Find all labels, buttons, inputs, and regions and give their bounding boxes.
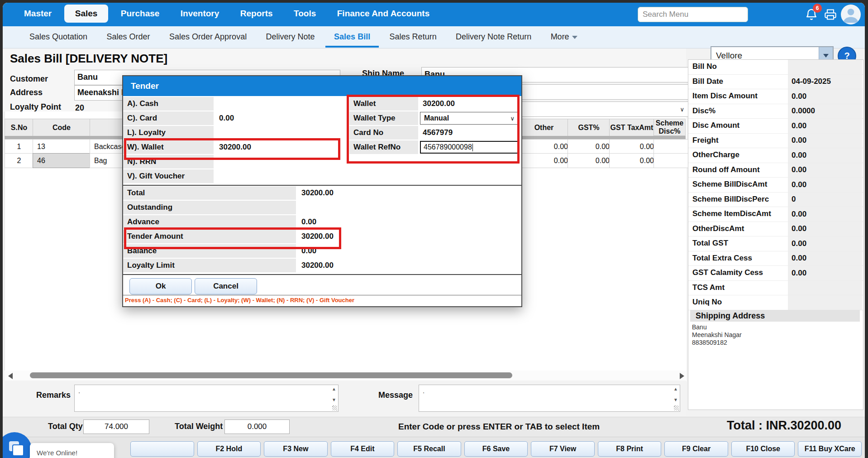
menu-reports[interactable]: Reports: [231, 3, 282, 24]
tab-delivery-note-return[interactable]: Delivery Note Return: [447, 26, 540, 48]
customer-label: Customer: [10, 74, 48, 84]
scroll-right-arrow-icon[interactable]: [680, 373, 684, 379]
f8-print-button[interactable]: F8 Print: [598, 441, 662, 457]
user-avatar[interactable]: [841, 5, 861, 24]
row-value[interactable]: 0.00: [788, 119, 862, 133]
total-qty-input[interactable]: [83, 419, 149, 434]
row-value[interactable]: 0.0000: [788, 104, 862, 119]
card-value[interactable]: 0.00: [219, 111, 234, 125]
menu-inventory[interactable]: Inventory: [171, 3, 229, 24]
row-value[interactable]: 0.00: [788, 148, 862, 163]
f5-recall-button[interactable]: F5 Recall: [397, 441, 461, 457]
tab-sales-return[interactable]: Sales Return: [381, 26, 445, 48]
menu-sales[interactable]: Sales: [64, 5, 109, 23]
tab-delivery-note[interactable]: Delivery Note: [258, 26, 324, 48]
chat-status-card[interactable]: We're Online!: [30, 443, 114, 458]
col-header-scheme-disc[interactable]: Scheme Disc%: [653, 119, 686, 136]
scroll-left-arrow-icon[interactable]: [8, 373, 13, 379]
row-label: OtherDiscAmt: [692, 224, 744, 233]
loyalty-point-value: 20: [75, 103, 84, 113]
row-value[interactable]: [788, 60, 862, 74]
col-header-gst-taxamt[interactable]: GST TaxAmt: [609, 119, 654, 137]
remarks-label: Remarks: [36, 391, 71, 400]
menu-purchase[interactable]: Purchase: [111, 3, 169, 24]
message-textarea[interactable]: . ▲ ▼: [419, 385, 680, 412]
remarks-textarea[interactable]: . ▲ ▼: [74, 385, 339, 412]
row-value[interactable]: 04-09-2025: [788, 75, 862, 89]
card-no-value[interactable]: 4567979: [423, 126, 453, 140]
scroll-down-icon[interactable]: ▼: [332, 397, 336, 402]
table-row-cell-sno[interactable]: 1: [5, 139, 33, 154]
cancel-button[interactable]: Cancel: [195, 278, 257, 294]
wallet-amount-value[interactable]: 30200.00: [423, 97, 455, 111]
table-row-cell-other[interactable]: 0.00: [520, 139, 574, 154]
row-value[interactable]: 0.00: [788, 266, 862, 280]
ok-button[interactable]: Ok: [129, 278, 192, 294]
table-row-cell-gst[interactable]: 0.00: [568, 139, 615, 154]
menu-tools[interactable]: Tools: [284, 3, 325, 24]
tender-dialog-title[interactable]: Tender: [123, 76, 521, 96]
row-label: Bill Date: [692, 77, 723, 86]
wallet-value[interactable]: 30200.00: [219, 140, 251, 154]
row-value[interactable]: 0.00: [788, 207, 862, 222]
tab-more[interactable]: More: [542, 26, 586, 48]
tab-sales-order-approval[interactable]: Sales Order Approval: [161, 26, 255, 48]
shipping-address-header: Shipping Address: [690, 310, 860, 322]
table-row-cell-scheme[interactable]: [653, 139, 692, 154]
wallet-type-select[interactable]: Manual ∨: [420, 112, 519, 125]
row-value[interactable]: 0.00: [788, 134, 862, 148]
row-value[interactable]: [788, 281, 862, 295]
row-value[interactable]: 0.00: [788, 89, 862, 104]
loyalty-limit-value: 30200.00: [301, 259, 334, 272]
table-row-cell-gst-taxamt[interactable]: 0.00: [609, 153, 660, 168]
menu-finance-accounts[interactable]: Finance And Accounts: [328, 3, 439, 24]
table-row-cell-code[interactable]: 13: [33, 139, 95, 154]
tab-sales-quotation[interactable]: Sales Quotation: [21, 26, 96, 48]
f2-hold-button[interactable]: F2 Hold: [197, 441, 261, 457]
f7-view-button[interactable]: F7 View: [531, 441, 595, 457]
f9-clear-button[interactable]: F9 Clear: [664, 441, 728, 457]
tab-sales-bill[interactable]: Sales Bill: [325, 26, 379, 48]
scroll-down-icon[interactable]: ▼: [673, 397, 678, 402]
total-weight-input[interactable]: [224, 419, 290, 434]
horizontal-scrollbar[interactable]: [5, 371, 686, 381]
f1-button[interactable]: [130, 441, 194, 457]
table-row-cell-scheme[interactable]: [653, 153, 692, 168]
search-input[interactable]: [638, 7, 748, 22]
col-header-other[interactable]: Other: [520, 119, 568, 137]
scrollbar-thumb[interactable]: [30, 372, 512, 378]
wallet-refno-input[interactable]: 456789000098: [420, 141, 519, 154]
resize-grip-icon[interactable]: [674, 405, 679, 410]
table-row-cell-code-selected[interactable]: 46: [33, 153, 95, 168]
f3-new-button[interactable]: F3 New: [264, 441, 328, 457]
col-header-sno[interactable]: S.No: [5, 119, 33, 137]
table-row-cell-sno[interactable]: 2: [5, 153, 33, 168]
scroll-up-icon[interactable]: ▲: [673, 386, 678, 391]
resize-grip-icon[interactable]: [332, 405, 337, 410]
menu-master[interactable]: Master: [14, 3, 61, 24]
summary-row: Disc%0.0000: [688, 104, 863, 119]
col-header-gst[interactable]: GST%: [568, 119, 610, 137]
f4-edit-button[interactable]: F4 Edit: [331, 441, 395, 457]
chevron-down-icon: [572, 36, 577, 39]
table-row-cell-other[interactable]: 0.00: [520, 153, 574, 168]
chat-status-text: We're Online!: [37, 449, 77, 457]
f11-buy-xcare-button[interactable]: F11 Buy XCare: [798, 441, 862, 457]
col-header-code[interactable]: Code: [33, 119, 91, 137]
f10-close-button[interactable]: F10 Close: [731, 441, 795, 457]
tab-sales-order[interactable]: Sales Order: [98, 26, 159, 48]
row-value[interactable]: [788, 295, 862, 310]
row-value[interactable]: 0.00: [788, 251, 862, 266]
row-value[interactable]: 0.00: [788, 222, 862, 236]
row-value[interactable]: 0.00: [788, 163, 862, 178]
row-value[interactable]: 0: [788, 193, 862, 207]
table-row-cell-gst-taxamt[interactable]: 0.00: [609, 139, 660, 154]
table-row-cell-gst[interactable]: 0.00: [568, 153, 615, 168]
loyalty-point-label: Loyalty Point: [10, 102, 61, 112]
row-value[interactable]: 0.00: [788, 178, 862, 192]
item-entry-hint: Enter Code or press ENTER or TAB to sele…: [398, 422, 600, 432]
print-icon[interactable]: [824, 8, 837, 23]
scroll-up-icon[interactable]: ▲: [332, 386, 336, 391]
f6-save-button[interactable]: F6 Save: [464, 441, 528, 457]
row-value[interactable]: 0.00: [788, 236, 862, 251]
